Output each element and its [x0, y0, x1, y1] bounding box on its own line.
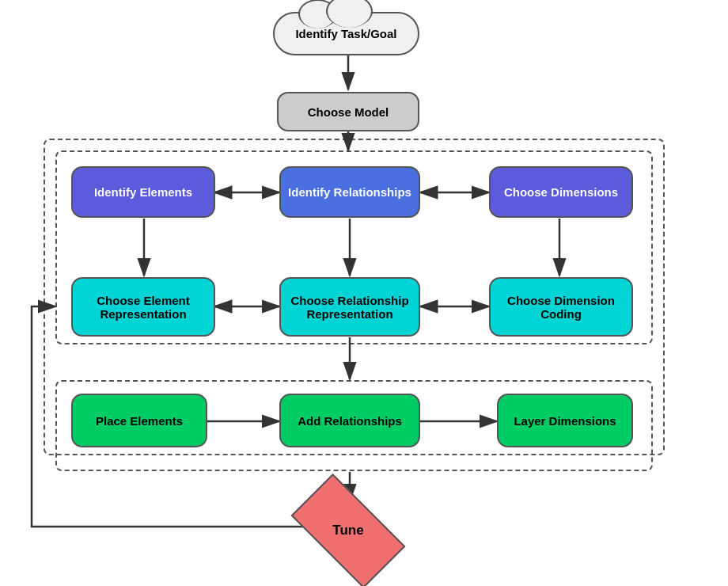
choose-model-node: Choose Model	[277, 92, 419, 131]
identify-task-label: Identify Task/Goal	[295, 27, 396, 40]
identify-elements-label: Identify Elements	[94, 185, 192, 199]
place-elements-label: Place Elements	[96, 414, 183, 428]
tune-node: Tune	[297, 495, 400, 566]
choose-dimensions-node: Choose Dimensions	[489, 166, 633, 218]
identify-elements-node: Identify Elements	[71, 166, 215, 218]
identify-relationships-node: Identify Relationships	[279, 166, 420, 218]
choose-rel-rep-label: Choose Relationship Representation	[281, 294, 419, 321]
layer-dimensions-node: Layer Dimensions	[497, 394, 633, 447]
diagram: Identify Task/Goal Choose Model Identify…	[0, 0, 728, 586]
add-relationships-node: Add Relationships	[279, 394, 420, 447]
tune-label: Tune	[332, 523, 363, 538]
choose-element-rep-label: Choose Element Representation	[73, 294, 214, 321]
choose-element-rep-node: Choose Element Representation	[71, 277, 215, 337]
choose-rel-rep-node: Choose Relationship Representation	[279, 277, 420, 337]
identify-relationships-label: Identify Relationships	[288, 185, 411, 199]
add-relationships-label: Add Relationships	[298, 414, 402, 428]
layer-dimensions-label: Layer Dimensions	[514, 414, 616, 428]
place-elements-node: Place Elements	[71, 394, 207, 447]
choose-model-label: Choose Model	[308, 105, 389, 119]
choose-dim-coding-node: Choose Dimension Coding	[489, 277, 633, 337]
identify-task-node: Identify Task/Goal	[273, 12, 419, 55]
choose-dimensions-label: Choose Dimensions	[504, 185, 618, 199]
choose-dim-coding-label: Choose Dimension Coding	[491, 294, 631, 321]
